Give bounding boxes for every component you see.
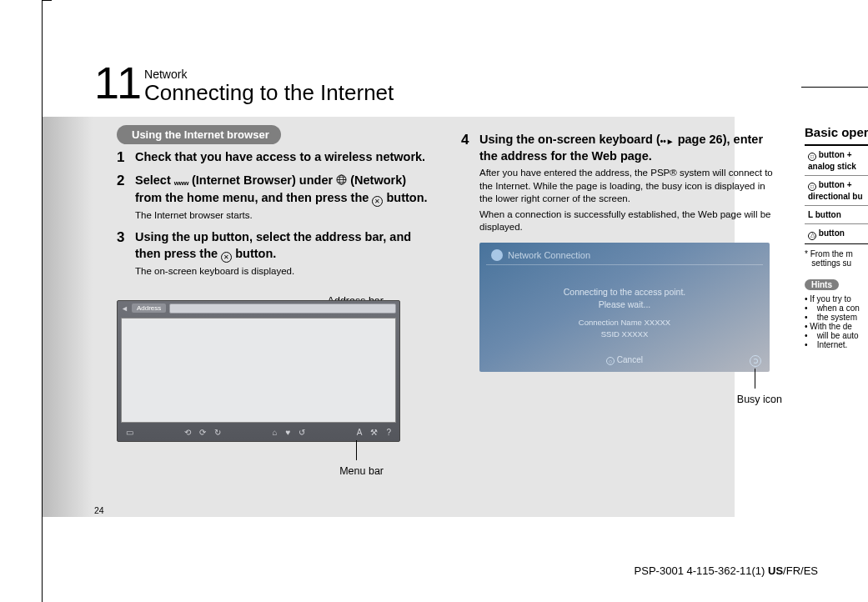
chapter-title: Connecting to the Internet [144, 81, 394, 105]
conn-detail1: Connection Name XXXXX [479, 317, 770, 329]
conn-header: Network Connection [491, 249, 590, 261]
x-button-icon: ✕ [221, 252, 232, 263]
menubar-refresh-icon: ↻ [214, 428, 221, 437]
hints-pill: Hints [805, 279, 839, 290]
step-4-sub1: After you have entered the address, the … [479, 167, 774, 206]
step-2: 2 Select www (Internet Browser) under (N… [117, 173, 429, 223]
menubar-heart-icon: ♥ [286, 428, 291, 437]
footer-lang-bold: US [768, 564, 783, 577]
figure-connection-wrap: Network Connection Connecting to the acc… [461, 243, 774, 372]
busy-spinner-icon [753, 359, 758, 364]
content-gradient [43, 117, 93, 517]
far-bullet-0: If you try to [805, 294, 868, 304]
chapter-category: Network [144, 68, 394, 81]
menubar-home-icon: ⌂ [273, 428, 278, 437]
cancel-label: Cancel [617, 355, 643, 364]
step-1: 1 Check that you have access to a wirele… [117, 149, 429, 166]
back-icon: ◄ [121, 304, 128, 313]
far-note: * From the m settings su [805, 249, 868, 268]
pointer-line [356, 440, 357, 460]
conn-message: Connecting to the access point. Please w… [479, 286, 770, 341]
step-4-text: Using the on-screen keyboard (••► page 2… [479, 132, 774, 164]
menubar-view-icon: A [357, 428, 363, 437]
menu-bar-label: Menu bar [339, 465, 384, 477]
browser-viewport [121, 318, 396, 423]
far-bullet-2: the system [805, 313, 868, 322]
far-row-2: L button [805, 205, 868, 223]
step-1-text: Check that you have access to a wireless… [135, 149, 429, 166]
plug-icon [491, 249, 503, 261]
far-heading: Basic opera [805, 125, 868, 139]
step-number: 4 [461, 132, 479, 234]
triangle-button-icon: △ [808, 232, 816, 240]
address-field [169, 304, 396, 314]
section-tag: Using the Internet browser [117, 125, 281, 144]
browser-top-bar: ◄ Address [118, 301, 399, 316]
far-note-1: * From the m [805, 249, 853, 258]
crop-mark-notch [42, 0, 52, 1]
menubar-tools-icon: ⚒ [370, 428, 378, 437]
manual-page: 11 Network Connecting to the Internet Us… [0, 0, 868, 602]
far-bullet-1: when a con [805, 304, 868, 313]
browser-window: ◄ Address ▭ ⟲ ⟳ ↻ ⌂ ♥ ↺ [117, 300, 400, 442]
square-button-icon: □ [808, 183, 816, 191]
footer-lang-rest: /FR/ES [783, 564, 818, 577]
page-number: 24 [94, 505, 104, 515]
step-2-b: (Internet Browser) under [188, 173, 336, 187]
footer-model: PSP-3001 4-115-362-11(1) [635, 564, 768, 577]
circle-button-icon: ○ [606, 357, 615, 365]
conn-detail2: SSID XXXXX [479, 329, 770, 340]
chapter-header: 11 Network Connecting to the Internet [94, 60, 394, 105]
menubar-file-icon: ▭ [126, 428, 133, 437]
far-row-0: □ button +analog stick [805, 145, 868, 175]
far-bullet-4: will be auto [805, 331, 868, 340]
globe-icon [336, 173, 347, 190]
column-left: Using the Internet browser 1 Check that … [117, 125, 429, 442]
step-number: 3 [117, 229, 135, 278]
menubar-back-icon: ⟲ [184, 428, 191, 437]
step-3-sub: The on-screen keyboard is displayed. [135, 265, 429, 278]
column-right: 4 Using the on-screen keyboard (••► page… [461, 132, 774, 372]
step-number: 2 [117, 173, 135, 223]
conn-header-text: Network Connection [508, 250, 590, 260]
busy-icon [750, 355, 761, 367]
far-bullets: If you try to when a con the system With… [805, 294, 868, 349]
step-3-text: Using the up button, select the address … [135, 229, 429, 263]
figure-browser: Address bar ◄ Address ▭ ⟲ ⟳ ↻ [117, 300, 409, 442]
busy-icon-label: Busy icon [737, 394, 782, 405]
figure-connection: Network Connection Connecting to the acc… [479, 243, 770, 372]
step-3-b: button. [232, 247, 276, 260]
pointer-line [755, 369, 755, 389]
far-bullet-3: With the de [805, 322, 868, 331]
conn-line1: Connecting to the access point. [479, 286, 770, 299]
chapter-number: 11 [94, 60, 139, 105]
conn-line2: Please wait... [479, 298, 770, 312]
step-4: 4 Using the on-screen keyboard (••► page… [461, 132, 774, 234]
step-2-sub: The Internet browser starts. [135, 209, 429, 223]
far-bullet-5: Internet. [805, 340, 868, 349]
x-button-icon: ✕ [372, 196, 383, 207]
menubar-help-icon: ? [386, 428, 391, 437]
column-far-right: Basic opera □ button +analog stick □ but… [805, 125, 868, 349]
crop-hr-right [801, 87, 868, 88]
xref-icon: ••► [660, 136, 675, 148]
www-icon: www [174, 179, 188, 188]
conn-divider [486, 264, 763, 265]
step-2-text: Select www (Internet Browser) under (Net… [135, 173, 429, 207]
browser-menubar: ▭ ⟲ ⟳ ↻ ⌂ ♥ ↺ A ⚒ ? [118, 424, 399, 441]
step-3: 3 Using the up button, select the addres… [117, 229, 429, 278]
step-4-a: Using the on-screen keyboard ( [479, 133, 660, 146]
step-4-sub2: When a connection is successfully establ… [479, 208, 774, 234]
conn-cancel: ○ Cancel [479, 355, 770, 365]
footer-text: PSP-3001 4-115-362-11(1) US/FR/ES [635, 564, 818, 577]
step-number: 1 [117, 149, 135, 166]
far-note-2: settings su [811, 258, 851, 268]
menubar-fwd-icon: ⟳ [199, 428, 206, 437]
far-row-3: △ button [805, 223, 868, 243]
step-2-d: button. [383, 191, 427, 204]
address-pill: Address [132, 304, 166, 313]
far-table: □ button +analog stick □ button +directi… [805, 144, 868, 244]
square-button-icon: □ [808, 153, 816, 161]
far-row-1: □ button +directional bu [805, 175, 868, 205]
step-2-a: Select [135, 173, 174, 187]
